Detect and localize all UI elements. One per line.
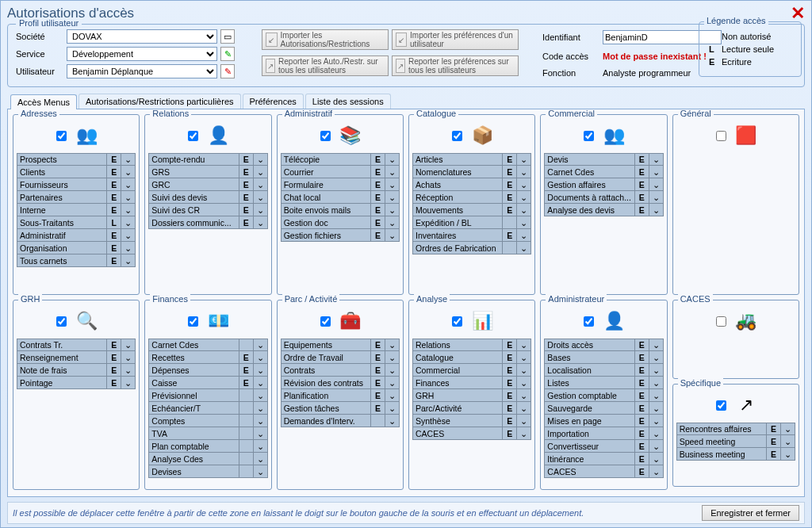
perm-value[interactable]: E	[107, 351, 121, 364]
perm-dropdown[interactable]: ⌄	[517, 377, 531, 389]
perm-value[interactable]: E	[767, 435, 781, 448]
perm-dropdown[interactable]: ⌄	[254, 191, 268, 204]
perm-dropdown[interactable]: ⌄	[254, 216, 268, 229]
panel-checkbox[interactable]	[320, 316, 331, 327]
perm-dropdown[interactable]: ⌄	[254, 339, 268, 351]
tab-restrictions[interactable]: Autorisations/Restrictions particulières	[79, 94, 240, 109]
perm-dropdown[interactable]: ⌄	[254, 178, 268, 191]
perm-value[interactable]: L	[107, 216, 121, 229]
perm-dropdown[interactable]: ⌄	[254, 166, 268, 178]
perm-value[interactable]: E	[107, 364, 121, 377]
perm-value[interactable]: E	[371, 364, 385, 377]
perm-dropdown[interactable]: ⌄	[121, 216, 136, 229]
perm-value[interactable]: E	[503, 153, 517, 166]
panel-checkbox[interactable]	[320, 131, 331, 141]
perm-value[interactable]: E	[503, 191, 517, 204]
perm-value[interactable]	[503, 216, 517, 229]
perm-dropdown[interactable]: ⌄	[517, 242, 531, 254]
tab-sessions[interactable]: Liste des sessions	[305, 94, 391, 109]
panel-checkbox[interactable]	[452, 131, 462, 141]
perm-value[interactable]: E	[635, 465, 649, 478]
perm-dropdown[interactable]: ⌄	[121, 178, 136, 191]
perm-dropdown[interactable]: ⌄	[121, 166, 136, 178]
perm-value[interactable]: E	[503, 402, 517, 415]
perm-value[interactable]: E	[503, 427, 517, 440]
perm-dropdown[interactable]: ⌄	[517, 229, 531, 242]
panel-checkbox[interactable]	[584, 316, 594, 327]
perm-dropdown[interactable]: ⌄	[781, 435, 795, 448]
perm-dropdown[interactable]: ⌄	[121, 204, 136, 216]
perm-dropdown[interactable]: ⌄	[781, 448, 795, 461]
perm-value[interactable]: E	[371, 402, 385, 415]
perm-value[interactable]: E	[503, 377, 517, 389]
perm-value[interactable]: E	[635, 191, 649, 204]
perm-value[interactable]	[239, 465, 254, 478]
perm-dropdown[interactable]: ⌄	[649, 178, 664, 191]
perm-dropdown[interactable]: ⌄	[517, 204, 531, 216]
perm-dropdown[interactable]: ⌄	[385, 229, 400, 242]
perm-value[interactable]	[239, 402, 254, 415]
perm-value[interactable]: E	[503, 351, 517, 364]
perm-value[interactable]: E	[371, 377, 385, 389]
perm-value[interactable]: E	[635, 415, 649, 427]
perm-dropdown[interactable]: ⌄	[385, 191, 400, 204]
perm-value[interactable]: E	[239, 351, 254, 364]
perm-dropdown[interactable]: ⌄	[649, 191, 664, 204]
perm-dropdown[interactable]: ⌄	[121, 339, 136, 351]
perm-value[interactable]: E	[371, 339, 385, 351]
perm-dropdown[interactable]: ⌄	[649, 351, 664, 364]
new-icon[interactable]: ▭	[220, 29, 235, 44]
perm-value[interactable]: E	[635, 166, 649, 178]
perm-value[interactable]	[239, 415, 254, 427]
perm-dropdown[interactable]: ⌄	[385, 364, 400, 377]
perm-value[interactable]: E	[503, 178, 517, 191]
panel-checkbox[interactable]	[56, 131, 67, 141]
perm-value[interactable]: E	[503, 389, 517, 402]
perm-dropdown[interactable]: ⌄	[385, 339, 400, 351]
perm-dropdown[interactable]: ⌄	[254, 204, 268, 216]
perm-value[interactable]: E	[503, 415, 517, 427]
perm-value[interactable]: E	[767, 423, 781, 435]
perm-value[interactable]: E	[503, 204, 517, 216]
perm-dropdown[interactable]: ⌄	[649, 453, 664, 465]
perm-dropdown[interactable]: ⌄	[649, 427, 664, 440]
perm-value[interactable]: E	[635, 402, 649, 415]
perm-dropdown[interactable]: ⌄	[517, 191, 531, 204]
perm-dropdown[interactable]: ⌄	[254, 389, 268, 402]
perm-value[interactable]: E	[635, 153, 649, 166]
perm-dropdown[interactable]: ⌄	[649, 402, 664, 415]
perm-dropdown[interactable]: ⌄	[649, 364, 664, 377]
tab-preferences[interactable]: Préférences	[243, 94, 304, 109]
perm-dropdown[interactable]: ⌄	[254, 453, 268, 465]
perm-value[interactable]: E	[503, 339, 517, 351]
perm-dropdown[interactable]: ⌄	[649, 389, 664, 402]
perm-value[interactable]: E	[107, 229, 121, 242]
perm-dropdown[interactable]: ⌄	[649, 465, 664, 478]
perm-dropdown[interactable]: ⌄	[121, 153, 136, 166]
perm-value[interactable]: E	[635, 351, 649, 364]
perm-dropdown[interactable]: ⌄	[121, 242, 136, 254]
perm-dropdown[interactable]: ⌄	[517, 427, 531, 440]
perm-dropdown[interactable]: ⌄	[649, 153, 664, 166]
perm-value[interactable]: E	[371, 153, 385, 166]
perm-dropdown[interactable]: ⌄	[649, 339, 664, 351]
perm-value[interactable]: E	[107, 178, 121, 191]
perm-value[interactable]: E	[371, 178, 385, 191]
perm-value[interactable]: E	[239, 364, 254, 377]
perm-dropdown[interactable]: ⌄	[121, 351, 136, 364]
perm-dropdown[interactable]: ⌄	[517, 364, 531, 377]
perm-value[interactable]	[371, 415, 385, 427]
edit2-icon[interactable]: ✎	[220, 64, 235, 78]
perm-value[interactable]	[239, 339, 254, 351]
import-auto-button[interactable]: ↙Importer les Autorisations/Restrictions	[262, 29, 389, 50]
perm-value[interactable]: E	[239, 216, 254, 229]
utilisateur-select[interactable]: Benjamin Déplanque	[67, 64, 217, 78]
perm-value[interactable]: E	[503, 364, 517, 377]
perm-value[interactable]	[239, 389, 254, 402]
perm-value[interactable]: E	[503, 229, 517, 242]
panel-checkbox[interactable]	[716, 131, 726, 141]
perm-value[interactable]: E	[239, 204, 254, 216]
societe-select[interactable]: DOVAX	[67, 29, 217, 44]
panel-checkbox[interactable]	[188, 131, 198, 141]
perm-value[interactable]: E	[635, 389, 649, 402]
